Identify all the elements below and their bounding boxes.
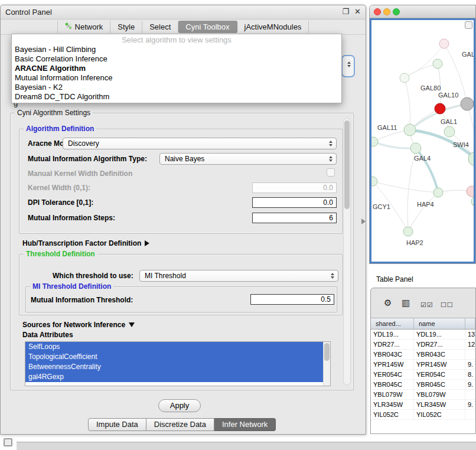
close-panel-icon[interactable]: ✕ — [354, 7, 361, 16]
table-row[interactable]: YBR045CYBR045C9. — [371, 380, 475, 390]
which-threshold-combo[interactable]: MI Threshold — [139, 270, 338, 282]
attribute-list-item[interactable]: BetweennessCentrality — [25, 362, 323, 372]
table-row[interactable]: YBL079WYBL079W — [371, 390, 475, 400]
network-node[interactable] — [404, 124, 416, 136]
algorithm-popup-item[interactable]: Bayesian - Hill Climbing — [12, 45, 341, 54]
network-canvas[interactable]: GAL8GAL80GAL10GAL11GAL1SWI4GAL4GCY1HAP4Y… — [370, 18, 475, 263]
table-cell: YER054C — [414, 370, 465, 379]
manual-kernel-width-checkbox[interactable] — [327, 168, 335, 177]
dpi-tolerance-field[interactable]: 0.0 — [252, 197, 337, 208]
mi-algorithm-type-combo[interactable]: Naive Bayes — [159, 153, 337, 165]
tab-select[interactable]: Select — [142, 21, 178, 33]
network-edge[interactable] — [405, 64, 438, 78]
network-node[interactable] — [433, 188, 443, 197]
table-panel-window: ⚙ ▥ ☑☑ ☐☐ shared... name YDL19...YDL19..… — [370, 288, 476, 434]
tab-jactivemnodules[interactable]: jActiveMNodules — [237, 21, 309, 33]
aracne-mode-combo[interactable]: Discovery — [63, 138, 337, 149]
panel-title: Control Panel — [5, 8, 52, 17]
tab-style[interactable]: Style — [110, 21, 142, 33]
network-node[interactable] — [403, 227, 413, 236]
network-node[interactable] — [410, 143, 421, 154]
tab-cyni-toolbox[interactable]: Cyni Toolbox — [178, 21, 237, 33]
mi-steps-field[interactable]: 6 — [252, 213, 337, 223]
minimized-panel-icon[interactable] — [4, 438, 12, 446]
network-node[interactable] — [439, 39, 449, 48]
table-row[interactable]: YBR043CYBR043C — [371, 350, 475, 360]
tab-discretize-data[interactable]: Discretize Data — [146, 418, 214, 431]
kernel-width-field[interactable]: 0.0 — [252, 182, 337, 193]
column-header-name[interactable]: name — [414, 318, 465, 329]
attribute-list-item[interactable]: TopologicalCoefficient — [25, 352, 323, 362]
network-edge[interactable] — [408, 193, 438, 231]
attribute-list-items: SelfLoopsTopologicalCoefficientBetweenne… — [25, 342, 323, 386]
tab-network[interactable]: Network — [57, 21, 111, 33]
table-cell: 9. — [465, 380, 475, 389]
control-panel-window: Control Panel ❐ ✕ Network Style Select C… — [0, 5, 366, 435]
birdseye-toggle-button[interactable] — [465, 21, 472, 29]
network-node[interactable] — [467, 186, 474, 197]
table-cell: 13 — [465, 330, 475, 339]
tab-infer-network[interactable]: Infer Network — [214, 418, 276, 431]
tab-label: Network — [75, 22, 103, 31]
network-node[interactable] — [433, 59, 442, 69]
table-row[interactable]: YDL19...YDL19...13 — [371, 330, 475, 340]
column-header-shared-name[interactable]: shared... — [371, 318, 414, 329]
settings-gear-icon[interactable]: ⚙ — [384, 299, 392, 308]
obscured-algorithm-combo-end[interactable] — [341, 55, 355, 77]
network-node[interactable] — [444, 126, 455, 137]
close-window-icon[interactable] — [374, 8, 381, 15]
algorithm-popup-item[interactable]: ARACNE Algorithm — [12, 64, 341, 73]
table-cell: YBR043C — [371, 350, 414, 359]
table-row[interactable]: YDR27...YDR27...12 — [371, 340, 475, 350]
network-edge[interactable] — [373, 142, 416, 148]
network-node-label: GAL80 — [420, 84, 441, 92]
zoom-window-icon[interactable] — [393, 8, 400, 15]
combo-value: Naive Bayes — [165, 155, 204, 163]
table-row[interactable]: YLR345WYLR345W9. — [371, 400, 475, 410]
network-node[interactable] — [371, 177, 377, 186]
attribute-list-item[interactable]: SelfLoops — [25, 342, 323, 352]
deselect-all-rows-icon[interactable]: ☐☐ — [441, 301, 454, 309]
bottom-dock-strip — [17, 442, 476, 450]
select-all-rows-icon[interactable]: ☑☑ — [420, 301, 433, 309]
minimize-window-icon[interactable] — [383, 8, 390, 15]
algorithm-popup-item[interactable]: Basic Correlation Inference — [12, 54, 341, 64]
scrollbar-thumb[interactable] — [324, 343, 330, 361]
network-edge[interactable] — [405, 78, 410, 130]
table-row[interactable]: YER054CYER054C8. — [371, 370, 475, 380]
column-header-partial[interactable] — [465, 318, 475, 329]
sources-section-toggle[interactable]: Sources for Network Inference — [22, 319, 135, 330]
mi-steps-label: Mutual Information Steps: — [28, 214, 115, 222]
settings-scrollbar[interactable] — [343, 118, 351, 385]
algorithm-popup-item[interactable]: Mutual Information Inference — [12, 73, 341, 83]
control-panel-titlebar: Control Panel ❐ ✕ — [1, 5, 366, 19]
mi-threshold-field[interactable]: 0.5 — [250, 294, 334, 305]
attribute-list-scrollbar[interactable] — [323, 342, 330, 386]
network-node[interactable] — [461, 97, 474, 110]
network-node[interactable] — [400, 73, 409, 83]
panel-divider-arrow[interactable] — [361, 219, 366, 224]
network-node[interactable] — [371, 137, 378, 146]
float-panel-icon[interactable]: ❐ — [342, 7, 349, 16]
network-node[interactable] — [435, 103, 445, 114]
column-selector-icon[interactable]: ▥ — [402, 299, 410, 308]
attribute-list-item[interactable]: gal4RGexp — [25, 372, 323, 382]
combo-stepper-icon — [328, 141, 333, 146]
table-cell — [465, 410, 475, 419]
scrollbar-thumb[interactable] — [344, 120, 350, 209]
hub-section-toggle[interactable]: Hub/Transcription Factor Definition — [22, 237, 149, 248]
network-node-label: GAL10 — [438, 92, 458, 99]
table-cell: YPR145W — [414, 360, 465, 369]
apply-button[interactable]: Apply — [158, 399, 201, 412]
table-row[interactable]: YIL052CYIL052C — [371, 410, 475, 420]
algorithm-definition-group: Algorithm Definition Aracne Mode: Discov… — [19, 129, 343, 234]
algorithm-definition-title: Algorithm Definition — [24, 125, 96, 133]
tab-impute-data[interactable]: Impute Data — [88, 418, 146, 431]
algorithm-popup-item[interactable]: Bayesian - K2 — [12, 83, 341, 92]
network-edge[interactable] — [373, 181, 438, 193]
combo-stepper-icon — [328, 156, 333, 162]
network-node-label: GAL8 — [462, 51, 474, 58]
algorithm-popup-item[interactable]: Dream8 DC_TDC Algorithm — [12, 92, 341, 102]
table-row[interactable]: YPR145WYPR145W9. — [371, 360, 475, 370]
table-cell: YLR345W — [371, 400, 414, 409]
